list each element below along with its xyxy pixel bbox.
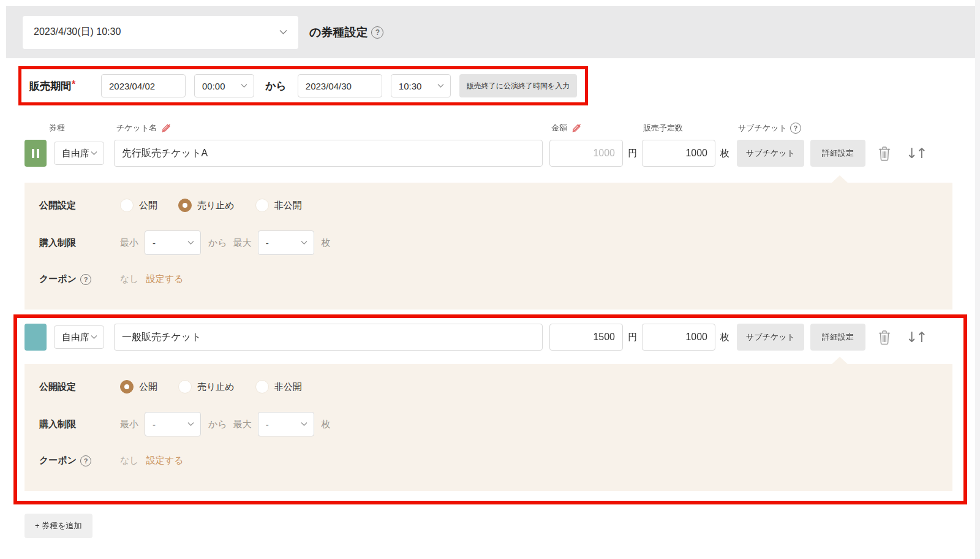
ticket-row: 自由席 円 枚 サブチケット 詳細設定 ↓↑: [24, 324, 956, 351]
radio-icon: [255, 199, 269, 212]
coupon-status: なし: [120, 455, 139, 466]
column-header-subticket: サブチケット ?: [738, 123, 801, 134]
radio-public[interactable]: 公開: [120, 380, 157, 394]
ticket-status-pause-button[interactable]: [24, 140, 47, 167]
ticket-price-input[interactable]: [549, 140, 623, 167]
min-label: 最小: [120, 237, 138, 249]
radio-icon: [178, 199, 192, 212]
radio-stop-sale[interactable]: 売り止め: [178, 199, 235, 212]
subticket-button[interactable]: サブチケット: [737, 324, 804, 351]
quantity-unit-label: 枚: [720, 148, 729, 159]
radio-icon: [120, 199, 134, 212]
max-label: 最大: [233, 237, 252, 249]
seat-type-select[interactable]: 自由席: [54, 142, 104, 165]
sales-start-date-input[interactable]: [101, 74, 186, 97]
help-icon[interactable]: ?: [80, 455, 91, 466]
panel-pointer: [831, 357, 848, 365]
coupon-setup-link[interactable]: 設定する: [146, 455, 184, 466]
column-headers: 券種 チケット名 金額 販売予定数 サブチケット ?: [0, 123, 980, 135]
seat-type-select[interactable]: 自由席: [54, 325, 104, 349]
radio-icon: [178, 380, 192, 394]
ticket-quantity-input[interactable]: [642, 324, 715, 351]
performance-select[interactable]: 2023/4/30(日) 10:30: [23, 16, 298, 49]
sales-start-time-select[interactable]: 00:00: [194, 74, 254, 97]
coupon-label: クーポン ?: [39, 455, 120, 466]
required-asterisk: *: [72, 79, 75, 89]
purchase-limit-label: 購入制限: [39, 237, 120, 249]
sales-period-label: 販売期間*: [29, 79, 101, 93]
publish-setting-label: 公開設定: [39, 381, 120, 393]
ticket-price-input[interactable]: [549, 324, 623, 351]
price-unit-label: 円: [628, 332, 637, 343]
chevron-down-icon: [437, 83, 444, 88]
performance-select-value: 2023/4/30(日) 10:30: [34, 26, 121, 39]
chevron-down-icon: [241, 83, 247, 88]
price-unit-label: 円: [628, 148, 637, 159]
help-icon[interactable]: ?: [371, 26, 383, 39]
publish-setting-label: 公開設定: [39, 200, 120, 211]
radio-private[interactable]: 非公開: [255, 380, 302, 394]
ticket-settings-panel: 公開設定 公開 売り止め 非公開 購入: [24, 364, 952, 491]
help-icon[interactable]: ?: [80, 274, 91, 285]
purchase-limit-row: 購入制限 最小 - から 最大 - 枚: [39, 230, 952, 255]
sales-end-date-input[interactable]: [298, 74, 382, 97]
column-header-type: 券種: [49, 123, 65, 134]
radio-stop-sale[interactable]: 売り止め: [178, 380, 235, 394]
coupon-setup-link[interactable]: 設定する: [146, 273, 184, 285]
ticket-status-active-button[interactable]: [24, 324, 47, 351]
help-icon[interactable]: ?: [790, 123, 801, 134]
radio-private[interactable]: 非公開: [255, 199, 302, 212]
column-header-ticket-name: チケット名: [116, 123, 171, 134]
limit-unit-label: 枚: [322, 419, 331, 430]
radio-public[interactable]: 公開: [120, 199, 157, 212]
chevron-down-icon: [187, 240, 194, 245]
delete-ticket-button[interactable]: [876, 145, 892, 162]
min-select[interactable]: -: [145, 230, 201, 255]
ticket-settings-panel: 公開設定 公開 売り止め 非公開 購入制限 最小 -: [24, 183, 952, 310]
coupon-status: なし: [120, 273, 139, 285]
detail-settings-button[interactable]: 詳細設定: [810, 324, 865, 351]
trash-icon: [877, 329, 892, 345]
between-label: から: [208, 237, 227, 249]
ticket-name-input[interactable]: [114, 324, 543, 351]
panel-pointer: [831, 175, 848, 183]
sort-arrows-icon: ↓↑: [906, 145, 926, 161]
delete-ticket-button[interactable]: [876, 329, 892, 346]
page-title: の券種設定: [309, 25, 368, 40]
publish-setting-row: 公開設定 公開 売り止め 非公開: [39, 380, 952, 394]
ticket-name-input[interactable]: [114, 140, 543, 167]
add-ticket-type-button[interactable]: + 券種を追加: [24, 514, 92, 538]
range-separator-label: から: [265, 79, 287, 93]
publish-radio-group: 公開 売り止め 非公開: [120, 199, 302, 212]
limit-unit-label: 枚: [322, 237, 331, 249]
fill-end-time-button[interactable]: 販売終了に公演終了時間を入力: [459, 74, 578, 97]
chevron-down-icon: [301, 240, 307, 245]
coupon-row: クーポン ? なし 設定する: [39, 273, 952, 285]
column-header-price: 金額: [551, 123, 581, 134]
reorder-ticket-button[interactable]: ↓↑: [906, 329, 925, 346]
quantity-unit-label: 枚: [720, 332, 729, 343]
chevron-down-icon: [91, 151, 97, 156]
sales-end-time-select[interactable]: 10:30: [391, 74, 451, 97]
min-label: 最小: [120, 419, 138, 430]
max-select[interactable]: -: [258, 230, 314, 255]
ticket-row: 自由席 円 枚 サブチケット 詳細設定 ↓↑: [24, 140, 980, 167]
performance-header-bar: 2023/4/30(日) 10:30 の券種設定 ?: [6, 6, 975, 58]
ticket-type-section: 券種 チケット名 金額 販売予定数 サブチケット ? 自由席 円: [0, 123, 980, 538]
reorder-ticket-button[interactable]: ↓↑: [906, 145, 925, 162]
trash-icon: [877, 145, 892, 161]
publish-radio-group: 公開 売り止め 非公開: [120, 380, 302, 394]
chevron-down-icon: [279, 29, 287, 35]
detail-settings-button[interactable]: 詳細設定: [810, 140, 865, 167]
sales-period-annotation-box: 販売期間* 00:00 から 10:30 販売終了に公演終了時間を入力: [18, 66, 588, 105]
min-select[interactable]: -: [145, 412, 201, 436]
chevron-down-icon: [91, 335, 97, 340]
subticket-button[interactable]: サブチケット: [737, 140, 804, 167]
max-select[interactable]: -: [258, 412, 314, 436]
chevron-down-icon: [187, 422, 194, 427]
ticket-quantity-input[interactable]: [642, 140, 715, 167]
ticket-annotation-box: 自由席 円 枚 サブチケット 詳細設定 ↓↑ 公開設定: [13, 314, 967, 504]
coupon-row: クーポン ? なし 設定する: [39, 455, 952, 466]
between-label: から: [208, 419, 227, 430]
pause-icon: [32, 149, 39, 158]
